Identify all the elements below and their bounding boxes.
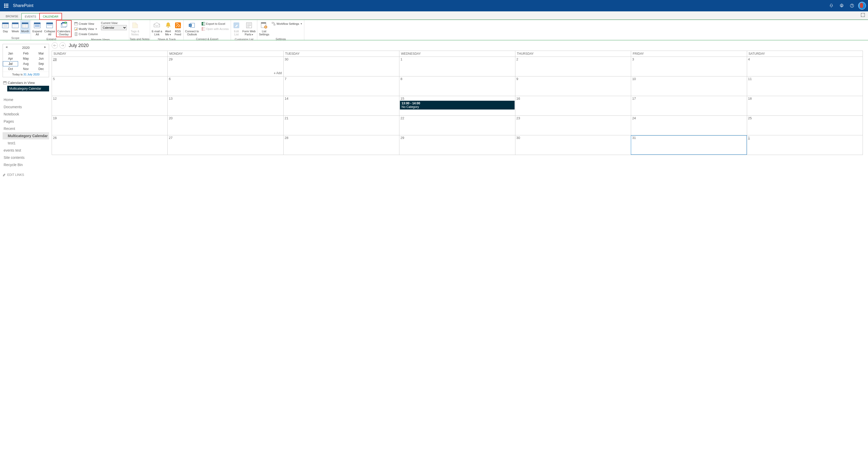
svg-rect-1 [6,4,7,5]
user-avatar[interactable] [858,2,866,9]
scope-month-label: Month [21,30,29,33]
tab-browse[interactable]: BROWSE [3,13,22,19]
svg-text:X: X [202,23,203,25]
tab-events[interactable]: EVENTS [22,13,39,20]
svg-rect-7 [6,7,7,8]
alert-me-label: AlertMe ▾ [165,30,171,36]
ribbon-group-settings-label: Settings [258,37,304,40]
app-launcher-icon[interactable] [2,2,10,10]
ribbon-group-customize: EditList Form WebParts ▾ Customize List [231,20,257,40]
svg-rect-8 [7,7,8,8]
suite-title[interactable]: SharePoint [13,3,33,8]
tab-calendar[interactable]: CALENDAR [39,13,62,20]
email-link-label: E-mail aLink [152,30,162,36]
form-web-parts-icon [245,22,253,29]
svg-rect-28 [34,23,40,24]
svg-rect-61 [247,27,249,27]
calendar-month-icon [21,22,29,29]
ribbon-group-scope-label: Scope [1,36,30,40]
list-settings-button[interactable]: ListSettings [258,21,270,37]
outlook-icon: O [188,22,196,29]
svg-point-65 [265,27,266,28]
svg-rect-63 [261,23,266,24]
export-excel-button[interactable]: XExport to Excel [202,22,228,26]
calendars-overlay-label: CalendarsOverlay [57,30,70,36]
ribbon-group-tags-label: Tags and Notes [130,37,149,40]
svg-rect-43 [75,33,76,36]
scope-week-label: Week [11,30,19,33]
expand-all-icon [33,22,41,29]
svg-point-9 [841,5,842,6]
envelope-icon [153,22,161,29]
notifications-icon[interactable] [826,0,836,11]
svg-rect-32 [46,23,53,24]
ribbon-group-expand: ExpandAll CollapseAll + CalendarsOverlay… [31,20,72,40]
bell-icon [164,22,172,29]
email-link-button[interactable]: E-mail aLink [151,21,163,37]
svg-rect-60 [247,25,251,26]
calendars-overlay-icon: + [60,22,68,29]
svg-rect-59 [247,24,251,24]
svg-rect-46 [175,23,181,28]
form-web-parts-label: Form WebParts ▾ [242,30,255,36]
create-view-button[interactable]: Create View [74,22,98,26]
svg-rect-18 [12,23,18,24]
svg-rect-66 [272,22,273,24]
alert-me-button[interactable]: AlertMe ▾ [163,21,173,37]
edit-list-icon [232,22,240,29]
rss-feed-button[interactable]: RSSFeed [173,21,183,37]
svg-rect-0 [4,4,5,5]
svg-rect-29 [35,25,40,26]
svg-point-47 [176,26,177,27]
ribbon-group-settings: ListSettings Workflow Settings▾ Settings [257,20,304,40]
svg-rect-22 [22,23,28,24]
edit-list-label: EditList [234,30,239,36]
collapse-all-label: CollapseAll [44,30,55,36]
scope-day-button[interactable]: Day [1,21,10,34]
collapse-all-button[interactable]: CollapseAll [43,21,56,37]
help-icon[interactable] [847,0,857,11]
svg-rect-16 [3,26,8,27]
connect-outlook-button[interactable]: O Connect toOutlook [184,21,200,37]
ribbon-group-customize-label: Customize List [231,37,256,40]
svg-rect-33 [47,25,52,25]
ribbon-group-connect-label: Connect & Export [184,37,230,40]
calendar-day-icon [2,22,9,29]
ribbon-group-manage-views: Create View Modify View▾ Create Column C… [72,20,129,40]
svg-point-11 [852,6,852,7]
modify-view-button[interactable]: Modify View▾ [74,27,98,31]
create-column-button[interactable]: Create Column [74,32,98,36]
svg-rect-6 [4,7,5,8]
workflow-settings-button[interactable]: Workflow Settings▾ [272,22,302,26]
scope-week-button[interactable]: Week [10,21,20,34]
rss-icon [174,22,182,29]
open-access-button: AOpen with Access [202,27,228,31]
form-web-parts-button[interactable]: Form WebParts ▾ [241,21,256,37]
svg-rect-14 [2,23,8,24]
scope-month-button[interactable]: Month [20,21,30,34]
svg-text:+: + [65,22,66,24]
expand-all-button[interactable]: ExpandAll [32,21,43,37]
list-settings-icon [260,22,268,29]
calendar-week-icon [11,22,19,29]
svg-point-45 [168,27,169,28]
calendars-overlay-button[interactable]: + CalendarsOverlay [56,21,71,37]
current-view-label: Current View: [101,22,127,25]
connect-outlook-label: Connect toOutlook [185,30,199,36]
tags-notes-label: Tags &Notes [131,30,140,36]
ribbon-group-tags: Tags &Notes Tags and Notes [129,20,150,40]
ribbon-group-manage-label: Manage Views [72,37,128,40]
edit-list-button: EditList [231,21,241,37]
settings-icon[interactable] [836,0,847,11]
current-view-select[interactable]: Calendar [101,25,127,30]
collapse-all-icon [46,22,54,29]
focus-content-icon[interactable] [861,13,865,18]
scope-day-label: Day [3,30,8,33]
ribbon: Day Week Month Scope ExpandAll CollapseA… [0,20,868,40]
svg-rect-41 [74,23,78,23]
svg-rect-3 [4,5,5,6]
svg-text:A: A [202,28,203,30]
suite-bar: SharePoint [0,0,868,11]
svg-rect-4 [6,5,7,6]
svg-rect-15 [3,25,8,26]
